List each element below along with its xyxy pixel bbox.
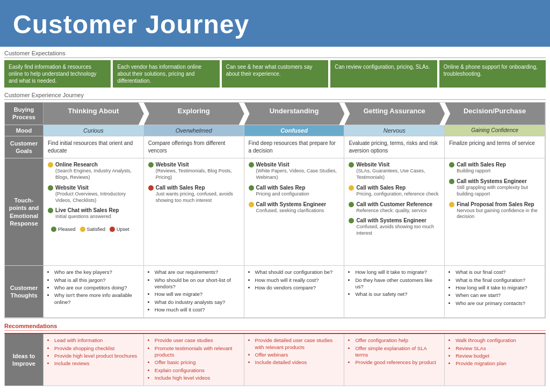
idea-item: Provide shopping checklist bbox=[54, 345, 139, 352]
touchpoints-label: Touch-points and Emotional Response bbox=[5, 158, 44, 266]
mood-legend: Pleased Satisfied Upset bbox=[48, 224, 139, 234]
thoughts-label: Customer Thoughts bbox=[5, 266, 44, 318]
rec-col-4: Offer configuration help Offer simple ex… bbox=[344, 334, 445, 386]
thought-item: Why isn't there more info available onli… bbox=[54, 292, 139, 306]
thought-item: How much will it really cost? bbox=[255, 277, 340, 284]
thought-item: Who should be on our short-list of vendo… bbox=[155, 277, 240, 291]
expectations-row: Easily find information & resources onli… bbox=[4, 60, 546, 88]
idea-item: Include high level videos bbox=[155, 375, 240, 381]
journey-label: Customer Experience Journey bbox=[4, 92, 546, 100]
dot-yellow bbox=[249, 202, 254, 207]
mood-nervous: Nervous bbox=[344, 125, 445, 136]
expectation-item-4: Can review configuration, pricing, SLAs. bbox=[330, 60, 437, 88]
dot-green bbox=[349, 202, 354, 207]
thought-item: How much will it cost? bbox=[155, 307, 240, 313]
touch-item: Call with Systems EngineerConfused, avoi… bbox=[349, 217, 440, 236]
idea-item: Review SLAs bbox=[455, 345, 540, 352]
touchpoints-col-3: Website Visit(White Papers, Videos, Case… bbox=[244, 158, 345, 266]
thought-item: What are our requirements? bbox=[155, 269, 240, 275]
dot-green bbox=[449, 179, 454, 184]
thought-item: When can we start? bbox=[455, 292, 540, 299]
expectation-item-3: Can see & hear what customers say about … bbox=[222, 60, 328, 88]
mood-confused: Confused bbox=[244, 125, 345, 136]
idea-item: Include reviews bbox=[54, 360, 139, 367]
thought-item: What is all this jargon? bbox=[54, 277, 139, 284]
idea-item: Provide good references by product bbox=[355, 359, 440, 366]
dot-green bbox=[349, 218, 354, 223]
thought-item: Who are our primary contacts? bbox=[455, 300, 540, 307]
app-container: Customer Journey Customer Expectations E… bbox=[0, 0, 550, 386]
journey-section: Customer Experience Journey Buying Proce… bbox=[0, 90, 550, 321]
thoughts-col-5: What is our final cost? What is the fina… bbox=[445, 266, 545, 318]
touchpoints-col-1: Online Research(Search Engines, Industry… bbox=[44, 158, 144, 266]
thought-item: How long will it take to migrate? bbox=[355, 269, 440, 275]
dot-green bbox=[249, 162, 254, 168]
touchpoints-col-2: Website Visit(Reviews, Testimonials, Blo… bbox=[144, 158, 244, 266]
idea-item: Offer basic pricing bbox=[155, 359, 240, 366]
thought-item: What do industry analysts say? bbox=[155, 299, 240, 306]
touch-item: Call with Sales RepBuilding rapport bbox=[449, 162, 540, 174]
thought-item: How long will it take to migrate? bbox=[455, 285, 540, 291]
legend-dot-red bbox=[110, 227, 115, 232]
thoughts-col-3: What should our configuration be? How mu… bbox=[244, 266, 345, 318]
thoughts-col-4: How long will it take to migrate? Do the… bbox=[344, 266, 445, 318]
thought-item: Who are the key players? bbox=[54, 269, 139, 275]
thought-item: What is our final cost? bbox=[455, 269, 540, 275]
touchpoints-col-5: Call with Sales RepBuilding rapport Call… bbox=[445, 158, 545, 266]
stage-getting-assurance: Getting Assurance bbox=[344, 103, 445, 125]
legend-dot-yellow bbox=[80, 227, 85, 232]
touch-item: Website Visit(White Papers, Videos, Case… bbox=[249, 162, 340, 180]
dot-green bbox=[349, 162, 354, 168]
expectation-item-1: Easily find information & resources onli… bbox=[4, 60, 111, 88]
touch-item: Final Proposal from Sales RepNervous but… bbox=[449, 201, 540, 220]
legend-dot-green bbox=[51, 227, 56, 232]
dot-yellow bbox=[48, 162, 53, 168]
dot-green bbox=[449, 162, 454, 168]
thoughts-col-1: Who are the key players? What is all thi… bbox=[44, 266, 144, 318]
dot-red bbox=[148, 185, 154, 191]
rec-col-5: Walk through configuration Review SLAs R… bbox=[445, 334, 545, 386]
mood-curious: Curious bbox=[44, 125, 144, 136]
touch-item: Website Visit(Reviews, Testimonials, Blo… bbox=[148, 162, 240, 180]
expectations-label: Customer Expectations bbox=[4, 50, 546, 58]
thought-item: Do they have other customers like us? bbox=[355, 277, 440, 291]
thought-item: Who are our competitors doing? bbox=[54, 285, 139, 291]
goal-4: Evaluate pricing, terms, risks and risk … bbox=[344, 136, 445, 159]
rec-col-1: Lead with information Provide shopping c… bbox=[44, 334, 144, 386]
idea-item: Lead with information bbox=[54, 337, 139, 344]
stage-exploring: Exploring bbox=[144, 103, 244, 125]
goal-5: Finalize pricing and terms of service bbox=[445, 136, 545, 159]
dot-green bbox=[148, 162, 154, 168]
stage-understanding: Understanding bbox=[244, 103, 345, 125]
thought-item: How do vendors compare? bbox=[255, 285, 340, 291]
expectation-item-2: Each vendor has information online about… bbox=[113, 60, 219, 88]
goal-2: Compare offerings from different vencors bbox=[144, 136, 244, 159]
goal-1: Find initial resources that orient and e… bbox=[44, 136, 144, 159]
thought-item: What is the final configuration? bbox=[455, 277, 540, 284]
dot-green bbox=[249, 185, 254, 191]
idea-item: Offer configuration help bbox=[355, 337, 440, 344]
mood-gaining: Gaining Confidence bbox=[445, 125, 545, 136]
idea-item: Include detailed videos bbox=[255, 359, 340, 366]
touch-item: Website Visit(Product Overviews, Introdu… bbox=[48, 185, 139, 204]
touch-item: Call with Sales RepPricing and configura… bbox=[249, 185, 340, 197]
idea-item: Provide high level product brochures bbox=[54, 353, 139, 359]
journey-grid: Buying Process Thinking About Exploring … bbox=[4, 102, 546, 318]
idea-item: Offer simple explanation of SLA terms bbox=[355, 345, 440, 359]
mood-label: Mood bbox=[5, 125, 44, 136]
dot-green bbox=[48, 208, 53, 213]
touchpoints-col-4: Website Visit(SLAs, Guarantees, Use Case… bbox=[344, 158, 445, 266]
touch-item: Call with Sales RepPricing, configuratio… bbox=[349, 185, 440, 197]
idea-item: Provide migration plan bbox=[455, 360, 540, 367]
touch-item: Call with Systems EngineerStill grapplin… bbox=[449, 178, 540, 197]
stage-thinking: Thinking About bbox=[44, 103, 144, 125]
thought-item: How will we migrate? bbox=[155, 291, 240, 297]
expectation-item-5: Online & phone support for onboarding, t… bbox=[439, 60, 546, 88]
header: Customer Journey bbox=[0, 0, 550, 47]
touch-item: Call with Customer ReferenceReference ch… bbox=[349, 201, 440, 214]
idea-item: Walk through configuration bbox=[455, 337, 540, 344]
thoughts-col-2: What are our requirements? Who should be… bbox=[144, 266, 244, 318]
thought-item: What should our configuration be? bbox=[255, 269, 340, 275]
goal-3: Find deep resources that prepare for a d… bbox=[244, 136, 345, 159]
touch-item: Website Visit(SLAs, Guarantees, Use Case… bbox=[349, 162, 440, 180]
